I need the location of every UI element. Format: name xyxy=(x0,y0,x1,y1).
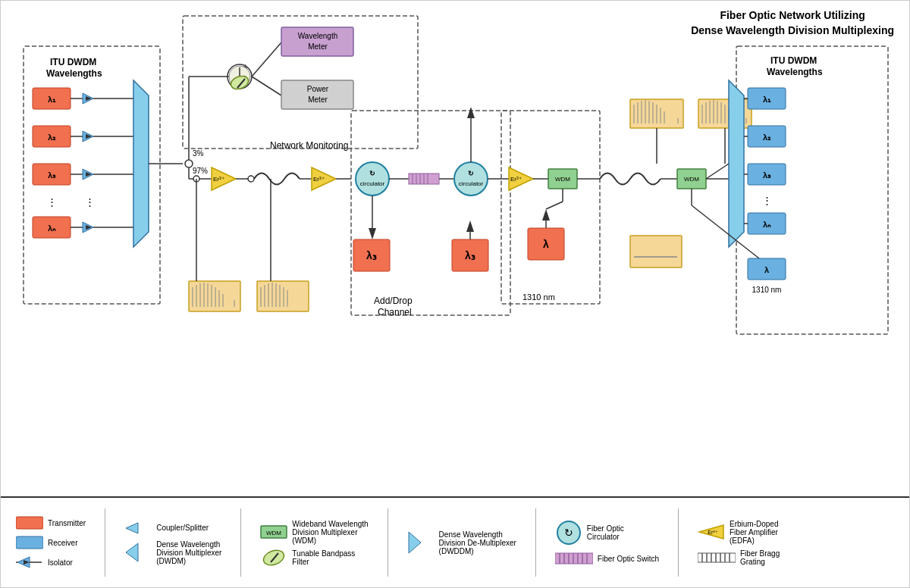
circulator-icon: ↻ xyxy=(555,519,582,546)
coupler-label: Coupler/Splitter xyxy=(156,524,209,532)
svg-text:Er³⁺: Er³⁺ xyxy=(213,176,224,183)
svg-line-47 xyxy=(252,42,281,77)
svg-text:Wavelengths: Wavelengths xyxy=(767,67,823,77)
network-diagram: ITU DWDM Wavelengths λ₁ λ₂ λ₃ ⋮ ⋮ λₙ xyxy=(1,1,896,486)
svg-line-176 xyxy=(706,164,729,179)
legend-isolator: Isolator xyxy=(16,555,86,570)
legend-div-2 xyxy=(240,508,241,577)
legend-coupler: Coupler/Splitter xyxy=(124,521,221,536)
legend-area: Transmitter Receiver Isolator xyxy=(1,496,909,587)
legend-div-3 xyxy=(388,508,388,577)
legend-tunable-filter: Tunable Bandpass Filter xyxy=(260,549,368,566)
svg-text:WDM: WDM xyxy=(266,530,281,536)
svg-text:ITU DWDM: ITU DWDM xyxy=(50,57,96,67)
svg-text:Meter: Meter xyxy=(308,95,328,104)
svg-line-48 xyxy=(252,77,281,95)
svg-text:λ₃: λ₃ xyxy=(366,249,377,261)
svg-text:3%: 3% xyxy=(193,149,204,158)
svg-text:Wavelength: Wavelength xyxy=(298,32,337,40)
svg-rect-152 xyxy=(630,236,682,267)
svg-text:↻: ↻ xyxy=(369,170,375,177)
fiber-bragg-label: Fiber Bragg Grating xyxy=(740,549,780,566)
svg-text:Wavelengths: Wavelengths xyxy=(46,68,102,79)
svg-rect-186 xyxy=(16,517,43,529)
svg-text:1310 nm: 1310 nm xyxy=(522,292,555,302)
svg-text:Network Monitoring: Network Monitoring xyxy=(270,140,348,151)
legend-col-6: Er³⁺ Erbium-Doped Fiber Amplifier (EDFA)… xyxy=(698,520,780,566)
dwdm-label: Dense Wavelength Division Multiplexer (D… xyxy=(156,540,221,565)
legend-fiber-switch: Fiber Optic Switch xyxy=(555,551,659,566)
svg-text:λ₃: λ₃ xyxy=(48,170,56,180)
svg-text:Power: Power xyxy=(307,85,329,93)
svg-text:1310 nm: 1310 nm xyxy=(752,286,782,294)
svg-text:⋮: ⋮ xyxy=(85,196,95,208)
fiber-bragg-icon xyxy=(698,550,736,565)
tunable-filter-label: Tunable Bandpass Filter xyxy=(292,549,355,566)
receiver-label: Receiver xyxy=(48,539,77,547)
svg-point-61 xyxy=(248,176,254,182)
fiber-switch-icon xyxy=(555,551,593,566)
svg-text:WDM: WDM xyxy=(555,176,570,183)
circulator-label: Fiber Optic Circulator xyxy=(587,524,624,541)
svg-text:λₙ: λₙ xyxy=(48,224,56,233)
isolator-label: Isolator xyxy=(48,558,73,567)
fiber-switch-label: Fiber Optic Switch xyxy=(598,555,659,563)
dwddm-icon xyxy=(407,529,435,556)
svg-text:97%: 97% xyxy=(193,167,208,175)
coupler-icon xyxy=(124,521,152,536)
legend-col-3: WDM Wideband Wavelength Division Multipl… xyxy=(260,520,368,566)
legend-wdm: WDM Wideband Wavelength Division Multipl… xyxy=(260,520,368,545)
svg-text:circulator: circulator xyxy=(360,180,385,187)
legend-receiver: Receiver xyxy=(16,535,86,550)
legend-col-1: Transmitter Receiver Isolator xyxy=(16,515,86,570)
svg-point-35 xyxy=(185,160,193,167)
svg-text:↻: ↻ xyxy=(468,170,474,177)
legend-div-4 xyxy=(535,508,536,577)
svg-text:Er³⁺: Er³⁺ xyxy=(510,176,522,183)
dwdm-icon xyxy=(124,541,152,564)
svg-text:ITU DWDM: ITU DWDM xyxy=(770,55,817,66)
diagram-area: Fiber Optic Network Utilizing Dense Wave… xyxy=(1,1,909,496)
legend-dwddm: Dense Wavelength Division De-Multiplexer… xyxy=(407,529,516,556)
wdm-label: Wideband Wavelength Division Multiplexer… xyxy=(292,520,368,545)
legend-col-2: Coupler/Splitter Dense Wavelength Divisi… xyxy=(124,521,221,565)
edfa-label: Erbium-Doped Fiber Amplifier (EDFA) xyxy=(730,520,778,545)
svg-text:λ₁: λ₁ xyxy=(48,95,56,104)
svg-text:λ₃: λ₃ xyxy=(763,170,771,180)
svg-marker-163 xyxy=(729,80,744,247)
main-container: Fiber Optic Network Utilizing Dense Wave… xyxy=(0,0,910,588)
svg-text:Meter: Meter xyxy=(308,42,328,51)
tunable-filter-icon xyxy=(260,549,287,566)
svg-text:λ₂: λ₂ xyxy=(48,133,56,142)
legend-div-1 xyxy=(105,508,105,577)
svg-text:Er³⁺: Er³⁺ xyxy=(313,176,325,183)
legend-col-5: ↻ Fiber Optic Circulator Fiber Optic Swi… xyxy=(555,519,659,566)
svg-text:λ₂: λ₂ xyxy=(763,133,771,142)
legend-fiber-bragg: Fiber Bragg Grating xyxy=(698,549,780,566)
svg-text:λ₁: λ₁ xyxy=(763,95,771,104)
svg-marker-198 xyxy=(409,532,421,553)
transmitter-label: Transmitter xyxy=(48,519,86,527)
svg-text:↻: ↻ xyxy=(564,527,573,539)
isolator-icon xyxy=(16,555,43,570)
svg-rect-66 xyxy=(351,111,510,315)
transmitter-icon xyxy=(16,515,43,530)
legend-transmitter: Transmitter xyxy=(16,515,86,530)
svg-text:λ: λ xyxy=(543,238,549,250)
svg-marker-105 xyxy=(542,209,550,220)
svg-text:Channel: Channel xyxy=(378,307,412,317)
svg-marker-192 xyxy=(126,523,138,533)
svg-text:WDM: WDM xyxy=(684,176,699,183)
svg-text:Er³⁺: Er³⁺ xyxy=(708,530,717,535)
svg-text:λₙ: λₙ xyxy=(763,220,771,229)
svg-marker-84 xyxy=(369,228,376,239)
svg-text:λ: λ xyxy=(764,265,769,274)
legend-edfa: Er³⁺ Erbium-Doped Fiber Amplifier (EDFA) xyxy=(698,520,780,545)
svg-text:⋮: ⋮ xyxy=(47,196,57,208)
svg-text:Add/Drop: Add/Drop xyxy=(374,296,413,306)
svg-marker-92 xyxy=(466,220,474,232)
svg-marker-33 xyxy=(133,80,149,247)
svg-point-69 xyxy=(356,162,389,195)
svg-text:⋮: ⋮ xyxy=(762,195,772,206)
legend-dwdm: Dense Wavelength Division Multiplexer (D… xyxy=(124,540,221,565)
